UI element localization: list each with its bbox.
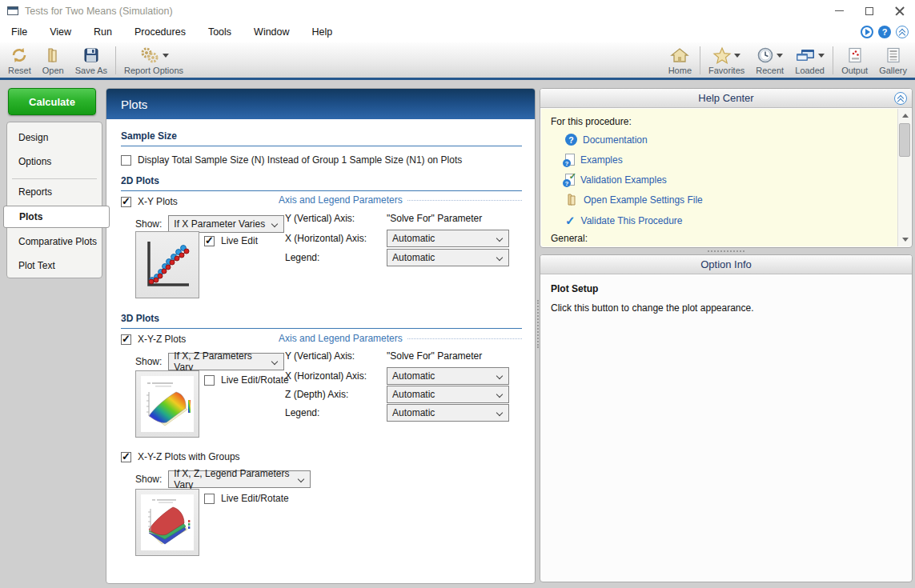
mini-question-icon: ?: [563, 159, 571, 167]
plots-2d-heading: 2D Plots: [121, 175, 522, 191]
xyz-legend-select[interactable]: Automatic: [387, 404, 509, 422]
play-icon: [865, 29, 870, 35]
sidebar-item-options[interactable]: Options: [7, 156, 102, 167]
help-center-scrollbar[interactable]: [897, 109, 911, 246]
link-label: Validation Examples: [580, 174, 667, 186]
save-as-label: Save As: [75, 66, 107, 75]
save-as-button[interactable]: Save As: [70, 43, 113, 78]
link-validation-examples[interactable]: ✓? Validation Examples: [565, 174, 667, 186]
sidebar-item-design[interactable]: Design: [7, 132, 102, 143]
general-label: General:: [551, 233, 588, 244]
double-chevron-up-icon: [898, 96, 904, 102]
report-options-button[interactable]: Report Options: [118, 43, 189, 78]
link-documentation[interactable]: ? Documentation: [565, 134, 648, 146]
groups-plot-setup-button[interactable]: [135, 489, 199, 556]
xy-xaxis-select[interactable]: Automatic: [387, 230, 509, 247]
menu-run[interactable]: Run: [82, 22, 123, 42]
menu-view[interactable]: View: [38, 22, 82, 42]
chevron-down-icon: [298, 476, 304, 482]
menu-file[interactable]: File: [0, 22, 38, 42]
minimize-icon: [835, 10, 844, 12]
dotted-rule: [407, 338, 522, 339]
groups-show-select[interactable]: If X, Z, Legend Parameters Vary: [168, 470, 311, 488]
sidebar-item-reports[interactable]: Reports: [7, 186, 102, 198]
option-info-description: Click this button to change the plot app…: [551, 302, 754, 314]
display-total-n-checkbox[interactable]: [121, 155, 131, 166]
loaded-dropdown-icon[interactable]: [818, 54, 825, 58]
validation-page-icon: ✓?: [565, 174, 575, 186]
xy-show-label: Show:: [135, 218, 162, 230]
xyz-groups-checkbox[interactable]: [121, 452, 131, 462]
menu-procedures[interactable]: Procedures: [123, 22, 197, 42]
xyz-xaxis-select[interactable]: Automatic: [387, 367, 509, 385]
favorites-label: Favorites: [708, 66, 744, 75]
xy-plot-setup-button[interactable]: [135, 231, 199, 298]
scroll-up-icon[interactable]: [898, 109, 912, 122]
dotted-rule: [407, 200, 522, 201]
gallery-button[interactable]: Gallery: [873, 43, 913, 78]
favorites-dropdown-icon[interactable]: [734, 54, 740, 58]
menu-tools[interactable]: Tools: [197, 22, 243, 42]
report-options-dropdown-icon[interactable]: [163, 54, 169, 58]
xyz-plots-checkbox[interactable]: [121, 334, 131, 345]
xyz-legend-label: Legend:: [285, 407, 387, 418]
maximize-button[interactable]: [854, 0, 885, 22]
xyz-zaxis-select[interactable]: Automatic: [387, 386, 509, 403]
run-video-icon[interactable]: [861, 26, 873, 38]
link-open-example-settings[interactable]: Open Example Settings File: [565, 194, 703, 206]
minimize-button[interactable]: [824, 0, 854, 22]
help-icon[interactable]: ?: [878, 26, 891, 38]
xyz-xaxis-label: X (Horizontal) Axis:: [285, 370, 387, 382]
calculate-button[interactable]: Calculate: [8, 88, 96, 115]
for-this-procedure-label: For this procedure:: [551, 116, 632, 127]
toolbar-separator: [700, 46, 700, 74]
xyz-axis-params-heading: Axis and Legend Parameters: [279, 333, 403, 344]
xyz-plot-setup-button[interactable]: [135, 370, 199, 438]
loaded-windows-icon: [795, 46, 816, 64]
reset-button[interactable]: Reset: [2, 43, 37, 78]
xy-plots-checkbox[interactable]: [121, 197, 131, 207]
save-disk-icon: [82, 46, 100, 64]
favorites-button[interactable]: Favorites: [703, 43, 750, 78]
scroll-down-icon[interactable]: [898, 233, 912, 246]
link-validate-procedure[interactable]: ✓ Validate This Procedure: [565, 214, 683, 228]
option-info-header: Option Info: [540, 255, 912, 274]
xyz-legend-value: Automatic: [392, 407, 435, 418]
loaded-button[interactable]: Loaded: [789, 43, 830, 78]
xy-legend-select[interactable]: Automatic: [387, 249, 509, 266]
gallery-list-icon: [885, 46, 902, 64]
sidebar-item-plot-text[interactable]: Plot Text: [7, 260, 102, 271]
examples-page-icon: ?: [565, 154, 575, 166]
link-examples[interactable]: ? Examples: [565, 154, 623, 166]
menu-window[interactable]: Window: [243, 22, 300, 42]
collapse-ribbon-icon[interactable]: [896, 26, 909, 38]
option-info-body: Plot Setup Click this button to change t…: [541, 275, 911, 581]
recent-dropdown-icon[interactable]: [777, 54, 783, 58]
option-info-heading: Plot Setup: [551, 283, 598, 294]
recent-button[interactable]: Recent: [750, 43, 789, 78]
sidebar-item-comparative-plots[interactable]: Comparative Plots: [7, 236, 102, 247]
xyz-plots-label: X-Y-Z Plots: [138, 334, 186, 345]
xyz-show-select[interactable]: If X, Z Parameters Vary: [168, 353, 284, 370]
horizontal-splitter[interactable]: [540, 248, 913, 254]
toolbar: Reset Open Save As Report Options Home: [0, 42, 915, 80]
groups-live-edit-checkbox[interactable]: [204, 494, 215, 504]
link-label: Validate This Procedure: [581, 215, 683, 226]
xy-plots-label: X-Y Plots: [138, 196, 178, 207]
triangle-up-icon: [902, 114, 909, 118]
close-button[interactable]: [885, 0, 915, 22]
home-button[interactable]: Home: [663, 43, 697, 78]
xy-live-edit-checkbox[interactable]: [204, 236, 215, 246]
help-center-collapse-icon[interactable]: [894, 92, 907, 105]
menu-help[interactable]: Help: [301, 22, 344, 42]
sidebar-item-plots[interactable]: Plots: [3, 206, 110, 228]
xyz-live-edit-checkbox[interactable]: [204, 375, 215, 386]
mini-check-icon: ✓: [569, 171, 576, 182]
output-button[interactable]: Output: [836, 43, 873, 78]
triangle-down-icon: [902, 238, 909, 242]
xyz-xaxis-value: Automatic: [392, 370, 435, 382]
close-icon: [895, 6, 905, 16]
xy-show-select[interactable]: If X Parameter Varies: [168, 215, 284, 233]
open-button[interactable]: Open: [37, 43, 70, 78]
scrollbar-thumb[interactable]: [899, 123, 910, 157]
